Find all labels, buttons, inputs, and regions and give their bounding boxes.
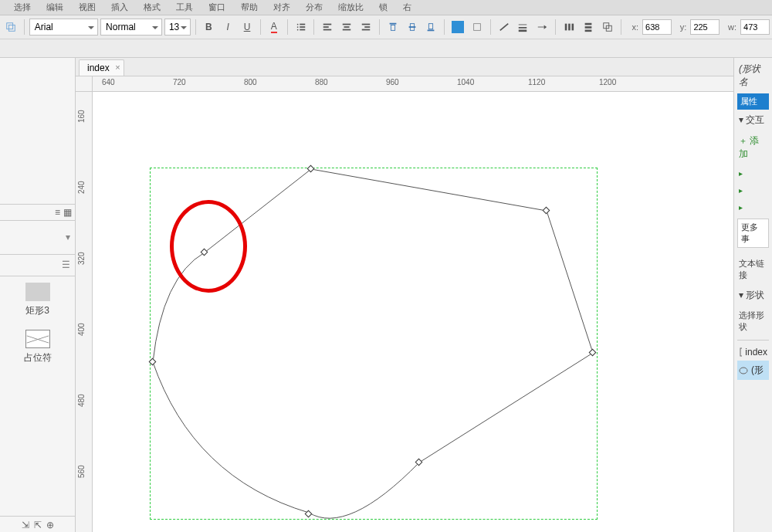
shape-label: 矩形3 (25, 304, 49, 317)
format-toolbar: Arial Normal 13 B I U A x: 638 y: 225 w:… (0, 15, 772, 39)
italic-button[interactable]: I (219, 19, 236, 36)
import-icon[interactable]: ⇲ (22, 520, 29, 530)
page-tabs: index × (76, 58, 733, 76)
menu-item[interactable]: 右 (403, 2, 411, 13)
font-size-select[interactable]: 13 (164, 19, 191, 36)
bars-icon[interactable]: ☰ (62, 259, 70, 270)
menu-item[interactable]: 视图 (79, 2, 96, 13)
svg-line-24 (499, 24, 508, 31)
svg-rect-33 (584, 23, 591, 25)
menubar: 选择 编辑 视图 插入 格式 工具 窗口 帮助 对齐 分布 缩放比 锁 右 (0, 0, 772, 15)
w-label: w: (728, 22, 736, 32)
close-icon[interactable]: × (115, 63, 120, 72)
ruler-tick: 160 (77, 110, 86, 123)
menu-item[interactable]: 插入 (111, 2, 128, 13)
more-events-button[interactable]: 更多事 (737, 219, 769, 248)
select-shape-row[interactable]: 选择形状 (737, 306, 769, 337)
page-tab-index[interactable]: index × (79, 59, 124, 76)
align-center-button[interactable] (338, 19, 355, 36)
svg-rect-32 (572, 24, 574, 31)
menu-item[interactable]: 帮助 (241, 2, 258, 13)
align-right-button[interactable] (357, 19, 374, 36)
outline-shape[interactable]: (形 (737, 361, 769, 380)
freeform-shape[interactable] (93, 92, 733, 532)
fill-dropdown-button[interactable] (469, 19, 486, 36)
add-interaction[interactable]: ＋ 添加 (737, 130, 769, 164)
svg-rect-11 (343, 24, 351, 25)
x-input[interactable]: 638 (642, 19, 672, 35)
font-family-select[interactable]: Arial (29, 19, 98, 36)
ruler-tick: 800 (244, 78, 257, 86)
text-color-button[interactable]: A (266, 19, 283, 36)
grid-icon[interactable]: ▦ (63, 207, 72, 218)
line-style-button[interactable] (496, 19, 513, 36)
divider (24, 19, 25, 35)
arrow-icon: ▸ (739, 203, 743, 212)
menu-item[interactable]: 分布 (306, 2, 323, 13)
section-interact[interactable]: ▾ 交互 (737, 110, 769, 130)
svg-rect-9 (323, 26, 329, 28)
copy-button[interactable] (2, 19, 19, 36)
divider (313, 19, 314, 35)
svg-point-2 (296, 24, 298, 25)
divider (737, 340, 769, 341)
svg-rect-34 (584, 26, 591, 29)
ruler-tick: 320 (77, 252, 86, 265)
svg-rect-21 (428, 30, 435, 32)
svg-rect-18 (391, 25, 394, 30)
arrow-icon: ▸ (739, 169, 743, 178)
valign-bottom-button[interactable] (422, 19, 439, 36)
shape-placeholder[interactable]: 占位符 (0, 324, 75, 371)
svg-rect-44 (740, 348, 742, 356)
w-input[interactable]: 473 (740, 19, 770, 35)
valign-middle-button[interactable] (404, 19, 421, 36)
svg-marker-29 (544, 25, 547, 29)
font-weight-select[interactable]: Normal (100, 19, 161, 36)
distribute-h-button[interactable] (560, 19, 577, 36)
svg-rect-25 (519, 25, 527, 25)
menu-item[interactable]: 锁 (379, 2, 388, 13)
menu-item[interactable]: 缩放比 (338, 2, 364, 13)
chevron-down-icon[interactable]: ▾ (66, 232, 70, 242)
arrow-style-button[interactable] (533, 19, 550, 36)
outline-index[interactable]: index (737, 344, 769, 361)
bullet-list-button[interactable] (293, 19, 310, 36)
list-icon[interactable]: ≡ (55, 207, 60, 218)
section-shape[interactable]: ▾ 形状 (737, 285, 769, 306)
y-input[interactable]: 225 (690, 19, 720, 35)
menu-item[interactable]: 编辑 (46, 2, 63, 13)
interaction-item[interactable]: ▸ (737, 198, 769, 215)
underline-button[interactable]: U (239, 19, 256, 36)
distribute-v-button[interactable] (580, 19, 597, 36)
interaction-item[interactable]: ▸ (737, 164, 769, 181)
valign-top-button[interactable] (384, 19, 401, 36)
arrow-icon: ▸ (739, 186, 743, 195)
canvas-area[interactable]: 640 720 800 880 960 1040 1120 1200 160 2… (76, 76, 733, 532)
svg-rect-27 (519, 30, 527, 32)
page-icon (739, 347, 742, 357)
text-link-row[interactable]: 文本链接 (737, 254, 769, 285)
menu-item[interactable]: 选择 (14, 2, 31, 13)
shape-rect3[interactable]: 矩形3 (0, 276, 75, 324)
annotation-circle (170, 200, 247, 293)
svg-rect-13 (343, 29, 351, 31)
add-icon[interactable]: ⊕ (46, 520, 54, 530)
canvas[interactable] (93, 92, 733, 532)
group-button[interactable] (599, 19, 616, 36)
fill-color-button[interactable] (449, 19, 466, 36)
svg-rect-31 (568, 24, 571, 31)
ruler-tick: 1040 (457, 78, 474, 86)
main-layout: ≡ ▦ ▾ ☰ 矩形3 占位符 ⇲ ⇱ ⊕ index × (0, 58, 772, 532)
bold-button[interactable]: B (201, 19, 218, 36)
menu-item[interactable]: 窗口 (208, 2, 225, 13)
menu-item[interactable]: 工具 (176, 2, 193, 13)
align-left-button[interactable] (319, 19, 336, 36)
ruler-tick: 720 (173, 78, 186, 86)
menu-item[interactable]: 格式 (144, 2, 161, 13)
ruler-tick: 1120 (528, 78, 545, 86)
interaction-item[interactable]: ▸ (737, 181, 769, 198)
menu-item[interactable]: 对齐 (273, 2, 290, 13)
line-width-button[interactable] (515, 19, 532, 36)
export-icon[interactable]: ⇱ (34, 520, 42, 530)
properties-tab[interactable]: 属性 (737, 93, 769, 110)
